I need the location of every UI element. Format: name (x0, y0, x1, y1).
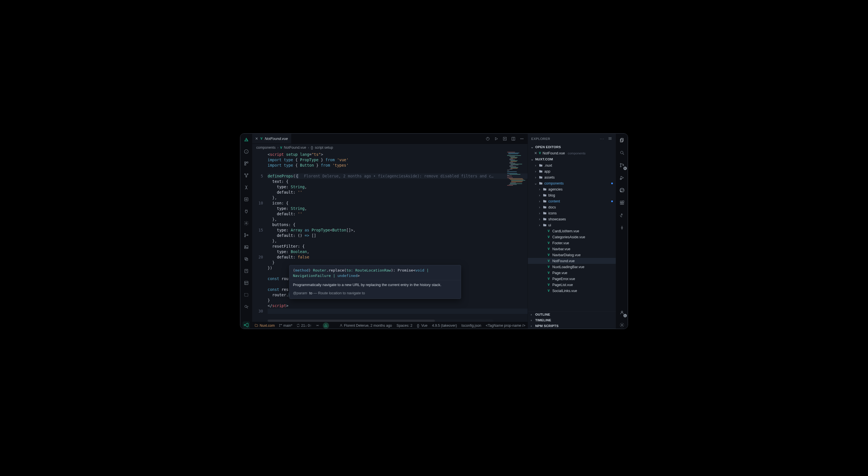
folder-docs[interactable]: ›docs (528, 204, 616, 210)
menu-icon[interactable] (608, 136, 612, 141)
status-tagname-case[interactable]: <TagName prop-name /> (486, 324, 525, 327)
code-body[interactable]: <script setup lang="ts"> import type { P… (266, 151, 528, 322)
search-all-icon[interactable] (243, 303, 250, 311)
nuxt-logo-icon[interactable] (243, 136, 250, 143)
chevron-right-icon: › (534, 163, 537, 167)
git-commit-icon[interactable] (618, 224, 626, 231)
folder-assets[interactable]: ›assets (528, 174, 616, 180)
folder-blog[interactable]: ›blog (528, 192, 616, 198)
status-tsconfig[interactable]: tsconfig.json (462, 324, 481, 327)
tree-label: showcases (548, 217, 566, 221)
status-volar-version[interactable]: 4.9.5 (takeover) (432, 324, 457, 327)
folder-showcases[interactable]: ›showcases (528, 216, 616, 222)
folder-nuxt[interactable]: ›.nuxt (528, 162, 616, 168)
close-icon[interactable]: ✕ (255, 136, 258, 141)
svg-rect-3 (245, 162, 246, 163)
files-icon[interactable] (618, 136, 626, 144)
layout-icon[interactable] (243, 279, 250, 287)
file-sociallinks-vue[interactable]: ›VSocialLinks.vue (528, 288, 616, 294)
file-pagelist-vue[interactable]: ›VPageList.vue (528, 282, 616, 288)
status-branch[interactable]: main* (279, 324, 292, 327)
file-footer-vue[interactable]: ›VFooter.vue (528, 240, 616, 246)
file-categoriesaside-vue[interactable]: ›VCategoriesAside.vue (528, 234, 616, 240)
git-merge-icon[interactable] (243, 231, 250, 239)
file-pageerror-vue[interactable]: ›VPageError.vue (528, 276, 616, 282)
folder-icons[interactable]: ›icons (528, 210, 616, 216)
vue-file-icon: V (547, 253, 551, 256)
nuxt-devtools-badge-icon[interactable] (323, 322, 329, 329)
folder-components[interactable]: ⌄components (528, 180, 616, 186)
file-cardlistitem-vue[interactable]: ›VCardListItem.vue (528, 228, 616, 234)
folder-content[interactable]: ›content (528, 198, 616, 204)
file-page-vue[interactable]: ›VPage.vue (528, 270, 616, 276)
folder-app[interactable]: ›app (528, 168, 616, 174)
file-navbar-vue[interactable]: ›VNavbar.vue (528, 246, 616, 252)
more-icon[interactable] (520, 136, 524, 141)
breadcrumb-components[interactable]: components (256, 146, 276, 150)
section-open-editors[interactable]: ⌄ OPEN EDITORS (528, 144, 616, 150)
breadcrumbs[interactable]: components › V NotFound.vue › {} script … (252, 144, 528, 151)
svg-point-48 (341, 324, 342, 325)
section-outline[interactable]: › OUTLINE (528, 312, 616, 317)
layers-icon[interactable] (243, 255, 250, 263)
terminal-icon[interactable] (243, 291, 250, 298)
svg-rect-52 (621, 138, 623, 141)
tree-label: CardListItem.vue (552, 229, 579, 233)
status-live-icon[interactable] (316, 324, 319, 327)
extensions-icon[interactable] (618, 199, 626, 207)
status-sync[interactable]: 21↓ 0↑ (296, 324, 311, 327)
svg-line-31 (247, 307, 248, 309)
vue-file-icon: V (539, 152, 541, 155)
settings-gear-icon[interactable] (618, 321, 626, 329)
graph-icon[interactable] (243, 172, 250, 179)
open-editor-item[interactable]: ✕ V NotFound.vue components (528, 150, 616, 156)
section-timeline[interactable]: › TIMELINE (528, 317, 616, 323)
folder-icon (542, 205, 547, 209)
breadcrumb-file[interactable]: NotFound.vue (284, 146, 306, 150)
status-language[interactable]: {} Vue (417, 324, 428, 327)
component-inspector-icon[interactable] (243, 196, 250, 203)
tree-label: ui (548, 223, 551, 227)
modules-icon[interactable] (243, 160, 250, 167)
hooks-icon[interactable] (243, 184, 250, 191)
folder-ui[interactable]: ›ui (528, 222, 616, 228)
split-add-icon[interactable] (502, 136, 507, 141)
source-control-icon[interactable]: 5 (618, 161, 626, 169)
plugin-icon[interactable] (243, 208, 250, 215)
settings-gear-icon[interactable] (243, 220, 250, 227)
github-icon[interactable] (618, 187, 626, 194)
chevron-right-icon: › (277, 146, 278, 150)
play-icon[interactable] (494, 136, 499, 141)
close-icon[interactable]: ✕ (534, 151, 537, 155)
file-navbardialog-vue[interactable]: ›VNavbarDialog.vue (528, 252, 616, 258)
file-notfound-vue[interactable]: ›VNotFound.vue (528, 258, 616, 264)
horizontal-scrollbar[interactable] (268, 320, 493, 322)
run-debug-icon[interactable] (618, 174, 626, 182)
tab-notfound[interactable]: ✕ V NotFound.vue (252, 134, 291, 144)
section-npm-scripts[interactable]: › NPM SCRIPTS (528, 323, 616, 329)
book-icon[interactable] (243, 267, 250, 275)
image-icon[interactable] (243, 244, 250, 251)
editor-content[interactable]: 5 10 15 20 30 <script setup lang="ts"> i… (252, 151, 528, 322)
status-folder[interactable]: Nuxt.com (254, 324, 275, 327)
split-right-icon[interactable] (511, 136, 516, 141)
info-icon[interactable] (243, 148, 250, 155)
account-icon[interactable]: 1 (618, 309, 626, 316)
svg-point-9 (247, 174, 248, 175)
file-tree[interactable]: ›.nuxt›app›assets⌄components›agencies›bl… (528, 162, 616, 311)
chevron-right-icon: › (534, 176, 537, 180)
folder-agencies[interactable]: ›agencies (528, 186, 616, 192)
more-icon[interactable]: ··· (600, 137, 604, 140)
section-project[interactable]: ⌄ NUXT.COM (528, 156, 616, 162)
folder-icon (542, 188, 547, 191)
breadcrumb-symbol[interactable]: script setup (315, 146, 333, 150)
status-blame[interactable]: Florent Delerue, 2 months ago (339, 324, 392, 327)
status-spaces[interactable]: Spaces: 2 (397, 324, 412, 327)
share-icon[interactable] (618, 212, 626, 219)
modified-dot-icon (611, 200, 613, 202)
power-icon[interactable] (486, 136, 490, 141)
folder-icon (542, 218, 547, 221)
search-icon[interactable] (618, 149, 626, 156)
file-nuxtloadingbar-vue[interactable]: ›VNuxtLoadingBar.vue (528, 264, 616, 270)
vscode-icon[interactable] (243, 321, 250, 329)
